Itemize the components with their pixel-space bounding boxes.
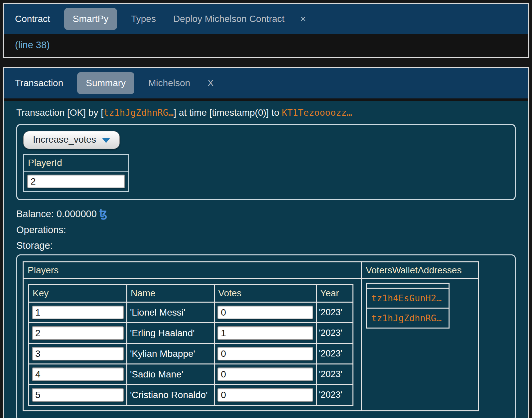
votes-input[interactable] [217,347,313,360]
player-row: 'Lionel Messi' '2023' [29,302,353,323]
player-name: 'Kylian Mbappe' [127,344,214,364]
player-row: 'Erling Haaland' '2023' [29,323,353,344]
contract-address: KT1Tezoooozz… [282,107,352,118]
param-value-input[interactable] [27,175,125,188]
votes-input[interactable] [217,306,313,319]
key-input[interactable] [32,326,124,340]
operations-label: Operations: [16,224,516,235]
storage-table: Players VotersWalletAddresses Key Name [23,261,479,411]
line-38-link[interactable]: (line 38) [15,40,50,50]
param-name-header: PlayerId [24,155,129,171]
votes-input[interactable] [217,388,313,402]
param-table: PlayerId [23,154,129,192]
player-year: '2023' [317,344,353,364]
tab-x-close[interactable]: X [199,78,222,88]
transaction-status-middle: ] at time [timestamp(0)] to [174,107,282,118]
voters-table-title: VotersWalletAddresses [361,262,478,279]
transaction-status-line: Transaction [OK] by [tz1hJgZdhnRG…] at t… [16,106,516,119]
tab-contract[interactable]: Contract [6,14,59,24]
voter-row: tz1hJgZdhnRG… [366,308,449,328]
key-input[interactable] [32,347,124,360]
entrypoint-dropdown-value: Increase_votes [33,134,96,145]
player-name: 'Lionel Messi' [127,302,214,323]
votes-input[interactable] [217,326,313,340]
player-row: 'Sadio Mane' '2023' [29,364,353,385]
players-cell: Key Name Votes Year 'Lionel [23,279,361,411]
player-year: '2023' [317,364,353,385]
chevron-down-icon [102,138,110,143]
entrypoint-params-box: Increase_votes PlayerId [16,124,516,200]
storage-label: Storage: [16,240,516,251]
balance-line: Balance: 0.000000ꜩ [16,207,516,220]
tab-types[interactable]: Types [122,14,165,24]
column-header-key: Key [29,285,127,302]
contract-panel: Contract SmartPy Types Deploy Michelson … [3,3,529,58]
player-year: '2023' [317,302,353,323]
tabbar-content-gap [4,98,528,101]
voter-address: tz1h4EsGunH2… [366,288,449,308]
tab-transaction[interactable]: Transaction [6,78,72,88]
votes-input[interactable] [217,367,313,381]
contract-tabbar: Contract SmartPy Types Deploy Michelson … [4,4,528,34]
voters-table: tz1h4EsGunH2… tz1hJgZdhnRG… [366,283,450,329]
transaction-tabbar: Transaction Summary Michelson X [4,68,528,98]
voter-row: tz1h4EsGunH2… [366,288,449,308]
column-header-name: Name [127,285,214,302]
player-year: '2023' [317,323,353,344]
player-name: 'Cristiano Ronaldo' [127,385,214,405]
voters-cell: tz1h4EsGunH2… tz1hJgZdhnRG… [361,279,478,411]
key-input[interactable] [32,306,124,319]
column-header-votes: Votes [214,285,317,302]
contract-panel-footer: (line 38) [4,34,528,57]
voter-address: tz1hJgZdhnRG… [366,308,449,328]
tab-summary[interactable]: Summary [77,72,134,94]
storage-box: Players VotersWalletAddresses Key Name [16,254,516,418]
players-table-title: Players [23,262,361,279]
entrypoint-dropdown[interactable]: Increase_votes [23,131,120,149]
transaction-result-box: Transaction [OK] by [tz1hJgZdhnRG…] at t… [4,101,528,418]
player-row: 'Cristiano Ronaldo' '2023' [29,385,353,405]
key-input[interactable] [32,388,124,402]
player-row: 'Kylian Mbappe' '2023' [29,344,353,364]
tab-deploy-michelson-contract[interactable]: Deploy Michelson Contract [165,14,293,24]
transaction-panel: Transaction Summary Michelson X Transact… [3,67,529,418]
player-year: '2023' [317,385,353,405]
column-header-year: Year [317,285,353,302]
players-table: Key Name Votes Year 'Lionel [28,284,353,406]
voters-header-spacer [366,283,449,288]
player-name: 'Sadio Mane' [127,364,214,385]
balance-label: Balance: 0.000000 [16,209,97,219]
sender-address: tz1hJgZdhnRG… [103,107,174,118]
close-tab-icon[interactable]: × [293,14,313,24]
tab-michelson[interactable]: Michelson [140,78,199,88]
key-input[interactable] [32,367,124,381]
tez-icon: ꜩ [99,207,107,219]
transaction-status-prefix: Transaction [OK] by [ [16,107,103,118]
tab-smartpy[interactable]: SmartPy [64,8,117,30]
player-name: 'Erling Haaland' [127,323,214,344]
